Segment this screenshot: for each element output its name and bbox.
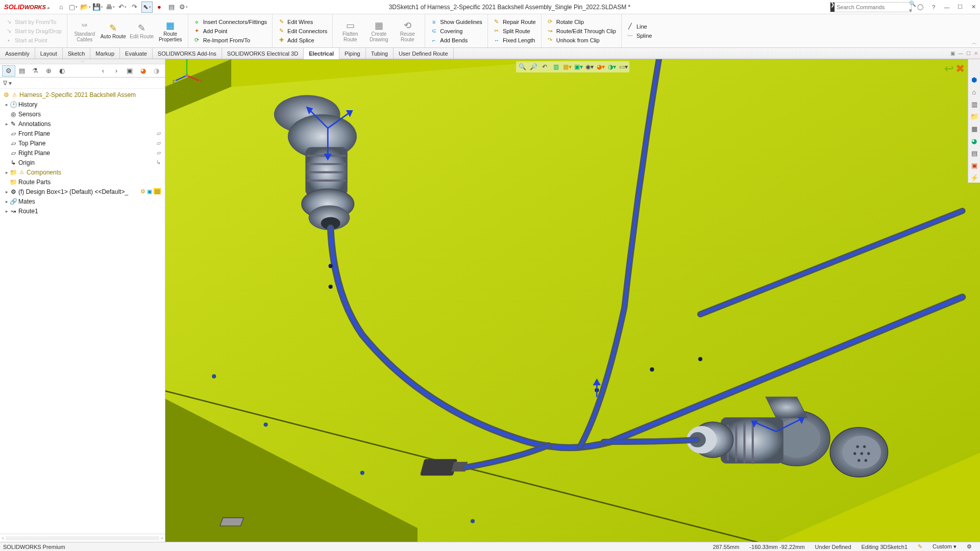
tree-nav-right-icon[interactable]: › [110, 65, 123, 77]
search-input[interactable] [835, 4, 909, 10]
flatten-route-button: ▭Flatten Route [336, 19, 364, 43]
doc-close-icon[interactable]: ✕ [974, 51, 978, 56]
minimize-button[interactable]: — [940, 2, 953, 13]
tab-solidworks-add-ins[interactable]: SOLIDWORKS Add-Ins [153, 48, 222, 59]
tree-item[interactable]: ↳Origin↳ [0, 158, 165, 167]
settings-gear-icon[interactable]: ⚙ [178, 2, 189, 13]
new-icon[interactable]: ▢ [68, 2, 79, 13]
tree-cube-icon[interactable]: ▣ [123, 65, 136, 77]
standard-cables-button: ⎃Standard Cables [70, 19, 99, 43]
save-icon[interactable]: 💾 [92, 2, 104, 13]
edit-connectors-button[interactable]: ✎Edit Connectors [276, 27, 329, 35]
status-coord-yz: -160.33mm -92.22mm [744, 544, 810, 550]
open-icon[interactable]: 📂 [80, 2, 91, 13]
tree-hide-icon[interactable]: ◑ [150, 65, 163, 77]
feature-manager-panel: ⚙ ▤ ⚗ ⊕ ◐ ‹ › ▣ ◕ ◑ ∇ ▾ ⚙⚠ Harness_2-Spe… [0, 59, 165, 542]
tree-item[interactable]: ▸🕑History [0, 99, 165, 109]
tree-item[interactable]: ▱Right Plane▱ [0, 148, 165, 158]
tab-electrical[interactable]: Electrical [304, 48, 339, 59]
panel-grip[interactable] [0, 59, 165, 64]
tab-layout[interactable]: Layout [35, 48, 63, 59]
edit-wires-button[interactable]: ✎Edit Wires [276, 18, 329, 26]
tree-item[interactable]: ◎Sensors [0, 109, 165, 119]
doc-max-icon[interactable]: ☐ [966, 51, 971, 56]
config-tab-icon[interactable]: ⚗ [29, 65, 42, 77]
rotate-clip-button[interactable]: ⟳Rotate Clip [545, 18, 618, 26]
feature-tree-tab-icon[interactable]: ⚙ [2, 65, 15, 77]
line-button[interactable]: ╱Line [625, 22, 654, 31]
user-icon[interactable]: ◯ [914, 2, 927, 13]
svg-text:x: x [200, 78, 203, 83]
add-bends-button[interactable]: ⌐Add Bends [428, 36, 484, 44]
graphics-viewport[interactable]: 🔍 🔎 ↶ ▥ ▦▾ ▣▾ ◉▾ ◕▾ ◑▾ ▭▾ ↩ ✖ ⬢ ⌂ ▥ 📁 ▦ … [165, 59, 980, 542]
covering-button[interactable]: ⊂Covering [428, 27, 484, 35]
tree-item[interactable]: ▸⚙(f) Design Box<1> (Default) <<Default>… [0, 187, 165, 196]
help-icon[interactable]: ? [927, 2, 940, 13]
undo-icon[interactable]: ↶ [117, 2, 128, 13]
reimport-fromto-button[interactable]: ⟳Re-Import From/To [191, 36, 269, 44]
tree-nav-left-icon[interactable]: ‹ [96, 65, 110, 77]
tab-user-defined-route[interactable]: User Defined Route [394, 48, 454, 59]
tree-item[interactable]: ▱Front Plane▱ [0, 129, 165, 138]
ribbon-collapse-icon[interactable]: ︿ [972, 39, 977, 46]
tree-appearance-icon[interactable]: ◕ [136, 65, 150, 77]
status-edit-icon[interactable]: ✎ [913, 543, 927, 550]
add-point-button[interactable]: ✦Add Point [191, 27, 269, 35]
repair-route-button[interactable]: ✎Repair Route [491, 18, 538, 26]
document-window-buttons: ▣ — ☐ ✕ [950, 48, 980, 59]
search-commands[interactable]: ❯_ 🔍▾ [830, 2, 912, 12]
tree-item[interactable]: ▸↝Route1 [0, 206, 165, 216]
redo-icon[interactable]: ↷ [129, 2, 140, 13]
select-icon[interactable]: ⬉ [141, 2, 153, 13]
unhook-clip-button[interactable]: ↷Unhook from Clip [545, 36, 618, 44]
route-properties-button[interactable]: ▦Route Properties [156, 19, 185, 43]
tree-item[interactable]: ▸📁⚠Components [0, 167, 165, 177]
tree-item[interactable]: ▸✎Annotations [0, 119, 165, 129]
maximize-button[interactable]: ☐ [953, 2, 967, 13]
start-by-fromto: ↘Start by From/To [3, 18, 64, 26]
status-product: SOLIDWORKS Premium [3, 544, 76, 550]
tab-sketch[interactable]: Sketch [63, 48, 91, 59]
ribbon: ↘Start by From/To ↘Start by Drag/Drop •S… [0, 14, 980, 48]
insert-connectors-button[interactable]: ⎆Insert Connectors/Fittings [191, 18, 269, 26]
dim-tab-icon[interactable]: ⊕ [42, 65, 55, 77]
tree-item[interactable]: ▸🔗Mates [0, 196, 165, 206]
auto-route-button[interactable]: ✎Auto Route [99, 21, 128, 40]
orientation-triad[interactable]: x y z [173, 59, 980, 537]
reuse-route-button: ⟲Reuse Route [393, 19, 422, 43]
property-tab-icon[interactable]: ▤ [15, 65, 29, 77]
tree-item[interactable]: 📁Route Parts [0, 177, 165, 187]
svg-text:z: z [173, 79, 175, 84]
tree-root[interactable]: ⚙⚠ Harness_2-Specific 2021 Backshell Ass… [0, 90, 165, 99]
tab-piping[interactable]: Piping [339, 48, 366, 59]
print-icon[interactable]: 🖶 [105, 2, 116, 13]
route-through-clip-button[interactable]: ↝Route/Edit Through Clip [545, 27, 618, 35]
show-guidelines-button[interactable]: ≡Show Guidelines [428, 18, 484, 26]
status-gear-icon[interactable]: ⚙ [962, 543, 977, 550]
tab-solidworks-electrical-3d[interactable]: SOLIDWORKS Electrical 3D [222, 48, 304, 59]
rebuild-icon[interactable]: ● [154, 2, 165, 13]
svg-line-58 [187, 76, 199, 81]
split-route-button[interactable]: ✂Split Route [491, 27, 538, 35]
options-list-icon[interactable]: ▤ [166, 2, 177, 13]
command-tabs: AssemblyLayoutSketchMarkupEvaluateSOLIDW… [0, 48, 980, 59]
home-icon[interactable]: ⌂ [56, 2, 67, 13]
status-units[interactable]: Custom ▾ [927, 543, 962, 550]
tree-filter[interactable]: ∇ ▾ [0, 78, 165, 89]
title-bar: SOLIDWORKS ▸ ⌂ ▢ 📂 💾 🖶 ↶ ↷ ⬉ ● ▤ ⚙ 3DSke… [0, 0, 980, 14]
fixed-length-button[interactable]: ↔Fixed Length [491, 36, 538, 44]
status-defined: Under Defined [810, 544, 856, 550]
tab-assembly[interactable]: Assembly [0, 48, 35, 59]
add-splice-button[interactable]: ✚Add Splice [276, 36, 329, 44]
display-tab-icon[interactable]: ◐ [55, 65, 68, 77]
doc-min-icon[interactable]: — [958, 51, 963, 56]
spline-button[interactable]: 〰Spline [625, 32, 654, 40]
tab-tubing[interactable]: Tubing [366, 48, 394, 59]
start-at-point: •Start at Point [3, 36, 64, 44]
tree-item[interactable]: ▱Top Plane▱ [0, 138, 165, 148]
close-button[interactable]: ✕ [967, 2, 980, 13]
tab-markup[interactable]: Markup [90, 48, 120, 59]
doc-restore-icon[interactable]: ▣ [950, 51, 955, 56]
tab-evaluate[interactable]: Evaluate [120, 48, 153, 59]
panel-scrollbar[interactable]: ‹› [0, 534, 165, 542]
